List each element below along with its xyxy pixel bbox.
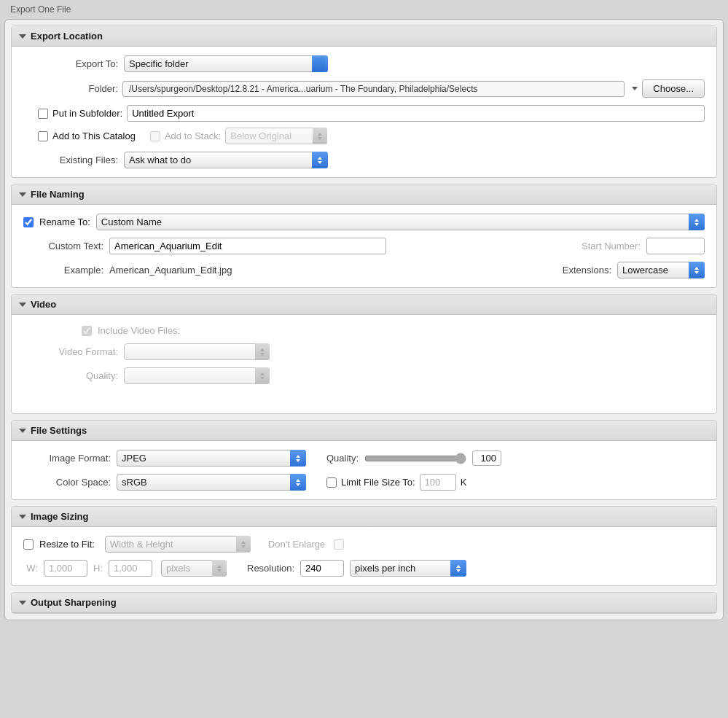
dimensions-resolution-row: W: H: pixels inches cm Resolution:: [23, 560, 705, 577]
add-to-stack-checkbox[interactable]: [150, 131, 160, 141]
color-space-select[interactable]: sRGB AdobeRGB ProPhoto RGB: [117, 474, 306, 491]
example-value: American_Aquarium_Edit.jpg: [109, 265, 232, 276]
file-settings-section: File Settings Image Format: JPEG TIFF PN…: [11, 420, 717, 500]
image-format-select[interactable]: JPEG TIFF PNG DNG: [117, 450, 306, 467]
folder-label: Folder:: [23, 83, 118, 94]
existing-files-select[interactable]: Ask what to do Choose a new name Overwri…: [124, 152, 328, 168]
color-space-label: Color Space:: [23, 477, 111, 488]
file-settings-title: File Settings: [31, 425, 87, 436]
subfolder-label: Put in Subfolder:: [52, 108, 122, 119]
file-naming-header: File Naming: [12, 184, 716, 205]
resize-to-fit-row: Resize to Fit: Width & Height Dimensions…: [23, 536, 705, 553]
video-title: Video: [31, 299, 56, 310]
quality-value-display: 100: [472, 450, 501, 466]
quality-slider-container: 100: [364, 450, 501, 466]
rename-to-label: Rename To:: [39, 216, 90, 227]
stack-section: Add to Stack: Below Original Above Origi…: [150, 128, 327, 144]
extensions-label: Extensions:: [563, 265, 611, 276]
custom-text-input[interactable]: [109, 238, 386, 254]
include-video-checkbox[interactable]: [82, 326, 92, 336]
resize-to-fit-select[interactable]: Width & Height Dimensions Long Edge Shor…: [105, 536, 251, 553]
add-to-stack-label: Add to Stack:: [165, 130, 221, 141]
collapse-triangle-icon[interactable]: [19, 34, 26, 39]
export-location-title: Export Location: [31, 31, 103, 42]
add-to-catalog-label: Add to This Catalog: [52, 130, 136, 141]
video-format-label: Video Format:: [23, 346, 118, 357]
limit-file-size-input[interactable]: [420, 474, 456, 491]
video-quality-row: Quality:: [23, 367, 705, 384]
folder-dropdown-icon[interactable]: [632, 87, 638, 90]
height-label: H:: [93, 563, 103, 574]
put-in-subfolder-checkbox[interactable]: [38, 109, 48, 119]
extensions-select[interactable]: Lowercase Uppercase: [617, 262, 705, 278]
existing-files-label: Existing Files:: [23, 155, 118, 165]
limit-file-size-checkbox[interactable]: [326, 477, 337, 488]
rename-to-select[interactable]: Custom Name Filename Date - Filename: [96, 214, 705, 230]
output-sharpening-triangle-icon[interactable]: [19, 601, 26, 605]
export-to-label: Export To:: [23, 58, 118, 69]
subfolder-row: Put in Subfolder:: [23, 105, 705, 122]
pixels-unit-select[interactable]: pixels inches cm: [161, 560, 227, 577]
output-sharpening-header: Output Sharpening: [12, 593, 716, 613]
video-quality-select[interactable]: [124, 367, 270, 384]
resize-to-fit-checkbox[interactable]: [23, 539, 34, 550]
resolution-input[interactable]: [300, 560, 344, 577]
custom-text-label: Custom Text:: [23, 241, 103, 251]
image-format-label: Image Format:: [23, 453, 111, 464]
image-sizing-title: Image Sizing: [31, 511, 88, 522]
choose-button[interactable]: Choose...: [642, 79, 705, 98]
file-settings-header: File Settings: [12, 421, 716, 441]
video-format-select-wrapper: [124, 343, 270, 360]
window-title: Export One File: [10, 4, 71, 15]
window-title-bar: Export One File: [0, 0, 728, 19]
start-number-input[interactable]: [646, 238, 705, 254]
export-to-select[interactable]: Specific folder Same folder as original …: [124, 55, 328, 72]
output-sharpening-title: Output Sharpening: [31, 597, 117, 608]
example-row: Example: American_Aquarium_Edit.jpg Exte…: [23, 262, 705, 278]
quality-label: Quality:: [326, 453, 359, 464]
video-triangle-icon[interactable]: [19, 303, 26, 307]
video-header: Video: [12, 294, 716, 315]
width-input[interactable]: [44, 560, 87, 577]
output-sharpening-section: Output Sharpening: [11, 592, 717, 614]
add-to-catalog-checkbox[interactable]: [38, 131, 48, 141]
resolution-label: Resolution:: [247, 563, 294, 574]
export-to-row: Export To: Specific folder Same folder a…: [23, 55, 705, 72]
video-format-select[interactable]: [124, 343, 270, 360]
include-video-label: Include Video Files:: [98, 325, 180, 336]
stack-position-select[interactable]: Below Original Above Original: [225, 128, 327, 144]
file-settings-triangle-icon[interactable]: [19, 429, 26, 433]
dont-enlarge-label: Don't Enlarge: [268, 539, 325, 550]
folder-row: Folder: /Users/spurgeon/Desktop/12.8.21 …: [23, 79, 705, 98]
video-quality-label: Quality:: [23, 370, 118, 381]
folder-path-display: /Users/spurgeon/Desktop/12.8.21 - Americ…: [122, 81, 625, 97]
limit-file-size-label: Limit File Size To:: [341, 477, 415, 488]
file-naming-triangle-icon[interactable]: [19, 192, 26, 197]
limit-unit-label: K: [461, 477, 467, 488]
color-space-limit-row: Color Space: sRGB AdobeRGB ProPhoto RGB …: [23, 474, 705, 491]
catalog-stack-row: Add to This Catalog Add to Stack: Below …: [23, 128, 705, 144]
subfolder-name-input[interactable]: [127, 105, 705, 122]
existing-files-row: Existing Files: Ask what to do Choose a …: [23, 152, 705, 168]
resize-to-fit-label: Resize to Fit:: [39, 539, 95, 550]
include-video-row: Include Video Files:: [23, 325, 705, 336]
limit-file-size-row: Limit File Size To: K: [326, 474, 466, 491]
image-sizing-header: Image Sizing: [12, 507, 716, 527]
image-sizing-triangle-icon[interactable]: [19, 515, 26, 519]
video-section: Video Include Video Files: Video Format:: [11, 294, 717, 414]
resolution-unit-select[interactable]: pixels per inch pixels per cm: [350, 560, 466, 577]
rename-to-checkbox[interactable]: [23, 217, 34, 227]
video-quality-select-wrapper: [124, 367, 270, 384]
dont-enlarge-checkbox[interactable]: [334, 539, 344, 550]
export-location-header: Export Location: [12, 26, 716, 47]
export-to-select-wrapper: Specific folder Same folder as original …: [124, 55, 328, 72]
custom-text-row: Custom Text: Start Number:: [23, 238, 705, 254]
file-naming-section: File Naming Rename To: Custom Name Filen…: [11, 184, 717, 288]
rename-to-row: Rename To: Custom Name Filename Date - F…: [23, 214, 705, 230]
height-input[interactable]: [109, 560, 152, 577]
export-location-section: Export Location Export To: Specific fold…: [11, 26, 717, 178]
quality-slider[interactable]: [364, 453, 466, 464]
image-sizing-section: Image Sizing Resize to Fit: Width & Heig…: [11, 506, 717, 586]
start-number-label: Start Number:: [582, 241, 641, 251]
width-label: W:: [23, 563, 38, 574]
